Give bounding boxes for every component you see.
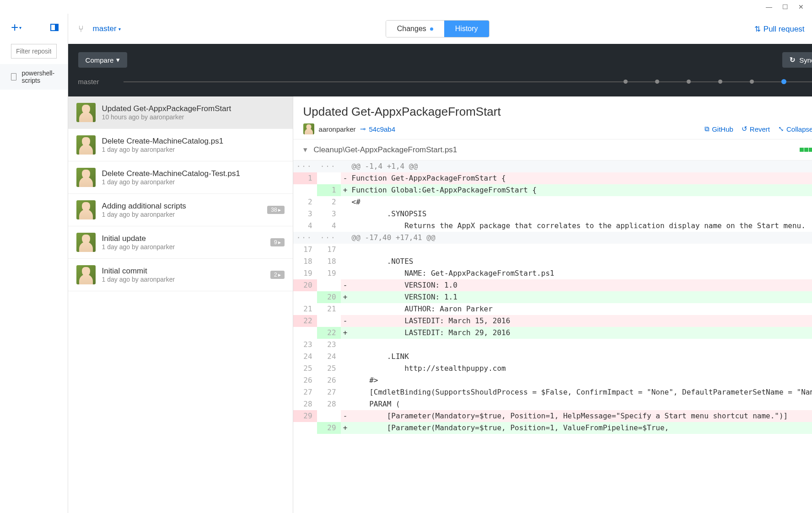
old-line-number: 20: [293, 279, 317, 291]
new-line-number: 3: [317, 208, 341, 220]
pull-request-button[interactable]: Pull request: [754, 24, 805, 34]
old-line-number: 28: [293, 398, 317, 410]
diff-marker: [341, 244, 350, 256]
pull-request-icon: [754, 25, 764, 33]
commit-item[interactable]: Initial update1 day ago by aaronparker9 …: [68, 226, 293, 259]
diff-code: .NOTES: [350, 256, 812, 267]
old-line-number: ···: [293, 160, 317, 172]
new-line-number: 18: [317, 256, 341, 267]
collapse-icon: ⤡: [778, 125, 784, 133]
diff-line: 20- VERSION: 1.0: [293, 279, 812, 291]
diff-code: Function Global:Get-AppxPackageFromStart…: [350, 184, 812, 196]
tab-history[interactable]: History: [444, 21, 489, 37]
timeline-commit-dot[interactable]: [750, 80, 754, 84]
diff-code: AUTHOR: Aaron Parker: [350, 303, 812, 315]
collapse-all-button[interactable]: ⤡Collapse all: [778, 125, 812, 133]
diff-line: 2727 [CmdletBinding(SupportsShouldProces…: [293, 386, 812, 398]
add-repository-button[interactable]: +▾: [11, 20, 22, 35]
new-line-number: 27: [317, 386, 341, 398]
timeline-commit-dot-current[interactable]: [781, 79, 786, 84]
old-line-number: 21: [293, 303, 317, 315]
commit-item[interactable]: Delete Create-MachineCatalog.ps11 day ag…: [68, 129, 293, 161]
new-line-number: 25: [317, 363, 341, 374]
timeline-commit-dot[interactable]: [624, 80, 628, 84]
window-minimize-button[interactable]: [766, 3, 772, 11]
filter-repositories-input[interactable]: [11, 44, 57, 59]
diff-line: ······@@ -17,40 +17,41 @@: [293, 232, 812, 244]
commit-author: aaronparker: [319, 125, 356, 133]
external-link-icon: ⧉: [704, 125, 710, 133]
commit-file-count-badge: 9 ▸: [270, 238, 285, 246]
new-line-number: 20: [317, 291, 341, 303]
commit-item[interactable]: Initial commit1 day ago by aaronparker2 …: [68, 259, 293, 291]
file-header[interactable]: ▾ Cleanup\Get-AppxPackageFromStart.ps1: [293, 139, 812, 160]
commit-item-title: Adding additional scripts: [102, 202, 261, 211]
old-line-number: 1: [293, 172, 317, 184]
old-line-number: 26: [293, 374, 317, 386]
diff-code: [Parameter(Mandatory=$true, Position=1, …: [350, 410, 812, 422]
commit-item-meta: 1 day ago by aaronparker: [102, 178, 285, 186]
old-line-number: [293, 327, 317, 339]
old-line-number: 17: [293, 244, 317, 256]
window-maximize-button[interactable]: [782, 3, 788, 11]
commit-item[interactable]: Delete Create-MachineCatalog-Test.ps11 d…: [68, 161, 293, 194]
avatar: [76, 168, 96, 187]
diff-marker: -: [341, 172, 350, 184]
diff-marker: +: [341, 327, 350, 339]
commit-item-title: Delete Create-MachineCatalog.ps1: [102, 137, 285, 146]
diff-line: 1818 .NOTES: [293, 256, 812, 267]
chevron-down-icon: ▾: [116, 56, 120, 64]
branch-icon: ⑂: [78, 24, 84, 34]
diff-marker: -: [341, 315, 350, 327]
timeline-commit-dot[interactable]: [687, 80, 691, 84]
diff-line: 1717: [293, 244, 812, 256]
diff-body[interactable]: ······@@ -1,4 +1,4 @@1-Function Get-Appx…: [293, 160, 812, 513]
diff-marker: [341, 196, 350, 208]
tab-history-label: History: [455, 25, 478, 33]
sidebar-toggle-icon[interactable]: [50, 24, 59, 31]
branch-selector[interactable]: master ▾: [93, 24, 121, 33]
diff-code: Returns the AppX package that correlates…: [350, 220, 812, 232]
commit-item[interactable]: Updated Get-AppxPackageFromStart10 hours…: [68, 96, 293, 129]
repo-icon: [11, 73, 16, 80]
commit-sha-link[interactable]: 54c9ab4: [360, 125, 395, 133]
diff-marker: +: [341, 184, 350, 196]
commit-item-title: Updated Get-AppxPackageFromStart: [102, 104, 285, 113]
open-github-button[interactable]: ⧉GitHub: [704, 125, 733, 133]
new-line-number: 26: [317, 374, 341, 386]
tab-changes[interactable]: Changes: [386, 21, 444, 37]
diff-line: 22+ LASTEDIT: March 29, 2016: [293, 327, 812, 339]
diff-line: 2121 AUTHOR: Aaron Parker: [293, 303, 812, 315]
commit-timeline[interactable]: [124, 81, 812, 82]
diff-line: 2424 .LINK: [293, 351, 812, 363]
repositories-sidebar: +▾ powershell-scripts: [0, 14, 68, 513]
revert-icon: ↺: [742, 125, 747, 133]
github-label: GitHub: [712, 125, 733, 133]
commit-item-meta: 10 hours ago by aaronparker: [102, 113, 285, 121]
chevron-down-icon: ▾: [303, 145, 307, 155]
revert-button[interactable]: ↺Revert: [742, 125, 770, 133]
timeline-commit-dot[interactable]: [718, 80, 722, 84]
diff-line: 29+ [Parameter(Mandatory=$true, Position…: [293, 422, 812, 434]
compare-label: Compare: [86, 56, 114, 64]
sync-button[interactable]: Sync: [782, 52, 812, 68]
repository-item[interactable]: powershell-scripts: [0, 64, 68, 90]
diff-marker: +: [341, 291, 350, 303]
timeline-commit-dot[interactable]: [655, 80, 659, 84]
old-line-number: 23: [293, 339, 317, 351]
compare-button[interactable]: Compare ▾: [78, 52, 128, 68]
diff-marker: [341, 208, 350, 220]
diff-code: VERSION: 1.1: [350, 291, 812, 303]
commit-item-title: Delete Create-MachineCatalog-Test.ps1: [102, 169, 285, 178]
new-line-number: [317, 279, 341, 291]
commit-title: Updated Get-AppxPackageFromStart: [303, 105, 812, 119]
diff-marker: [341, 386, 350, 398]
diff-line: 29- [Parameter(Mandatory=$true, Position…: [293, 410, 812, 422]
commit-item[interactable]: Adding additional scripts1 day ago by aa…: [68, 194, 293, 226]
diff-line: 22<#: [293, 196, 812, 208]
avatar: [76, 233, 96, 252]
window-close-button[interactable]: [798, 3, 804, 11]
chevron-down-icon: ▾: [118, 27, 121, 32]
diff-marker: [341, 374, 350, 386]
diff-line: 33 .SYNOPSIS: [293, 208, 812, 220]
